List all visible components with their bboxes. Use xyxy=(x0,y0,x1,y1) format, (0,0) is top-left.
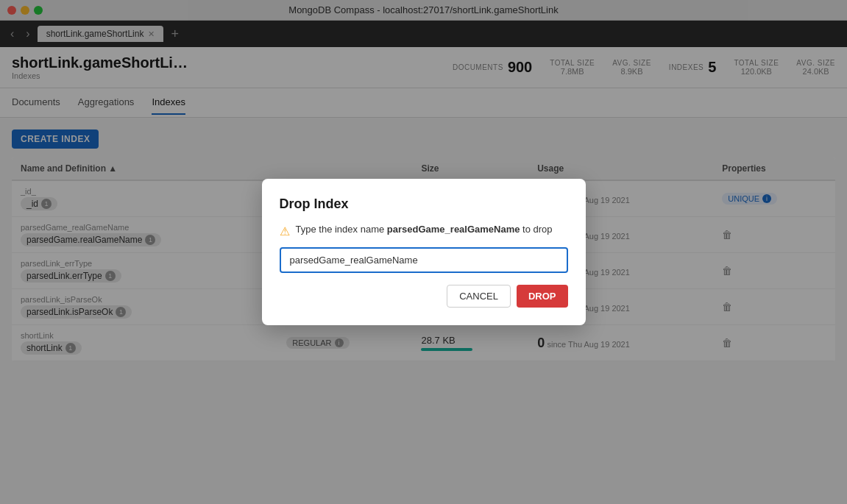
dialog-warning-text: Type the index name parsedGame_realGameN… xyxy=(296,224,553,235)
dialog-index-name-bold: parsedGame_realGameName xyxy=(387,224,522,235)
drop-index-dialog: Drop Index ⚠ Type the index name parsedG… xyxy=(262,179,586,325)
cancel-button[interactable]: CANCEL xyxy=(447,285,511,308)
warning-icon: ⚠ xyxy=(280,224,290,238)
modal-overlay: Drop Index ⚠ Type the index name parsedG… xyxy=(0,0,847,504)
dialog-warning: ⚠ Type the index name parsedGame_realGam… xyxy=(280,224,568,238)
drop-button[interactable]: DROP xyxy=(517,285,568,308)
dialog-title: Drop Index xyxy=(280,196,568,212)
dialog-actions: CANCEL DROP xyxy=(280,285,568,308)
drop-index-input[interactable] xyxy=(280,247,568,273)
